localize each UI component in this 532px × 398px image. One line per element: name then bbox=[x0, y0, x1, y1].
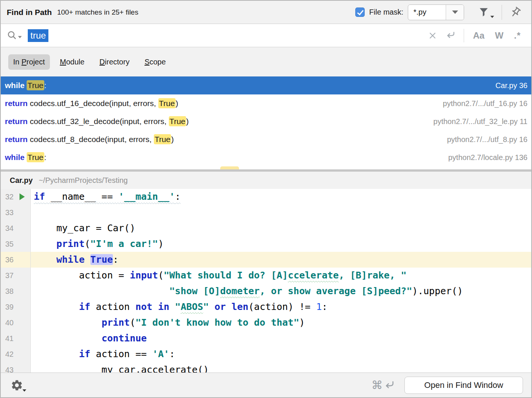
results-list: while True:Car.py 36return codecs.utf_16… bbox=[1, 76, 531, 169]
code-text: if action == 'A': bbox=[31, 346, 175, 362]
result-location: python2.7/.../utf_8.py 16 bbox=[439, 135, 527, 144]
text-segment: : bbox=[113, 254, 119, 265]
line-number: 36 bbox=[1, 252, 31, 268]
text-segment: codecs.utf_32_le_decode(input, errors, bbox=[28, 117, 169, 126]
file-mask-value[interactable]: *.py bbox=[408, 5, 446, 20]
text-segment: continue bbox=[102, 333, 147, 344]
code-line[interactable]: 35 print("I'm a car!") bbox=[1, 236, 531, 252]
search-result-row[interactable]: return codecs.utf_8_decode(input, errors… bbox=[1, 130, 531, 148]
code-line[interactable]: 37 action = input("What should I do? [A]… bbox=[1, 268, 531, 283]
preview-header: Car.py ~/PycharmProjects/Testing bbox=[1, 172, 531, 189]
text-segment: ) bbox=[171, 135, 174, 144]
pin-button[interactable] bbox=[509, 6, 522, 19]
insert-newline-button[interactable] bbox=[444, 29, 457, 42]
divider bbox=[464, 29, 464, 42]
code-line[interactable]: 41 continue bbox=[1, 331, 531, 346]
code-line[interactable]: 39 if action not in "ABOS" or len(action… bbox=[1, 299, 531, 315]
text-segment: (action) != bbox=[248, 301, 316, 312]
chevron-down-icon bbox=[490, 16, 494, 18]
text-segment: ) bbox=[299, 317, 305, 328]
words-toggle[interactable]: W bbox=[495, 30, 503, 41]
filter-button[interactable] bbox=[478, 6, 495, 19]
shortcut-hint: ⌘ bbox=[371, 379, 395, 392]
line-number-text: 33 bbox=[5, 205, 14, 220]
search-result-row[interactable]: return codecs.utf_32_le_decode(input, er… bbox=[1, 112, 531, 130]
text-segment: not in bbox=[135, 301, 169, 312]
code-line[interactable]: 42 if action == 'A': bbox=[1, 346, 531, 362]
search-input[interactable]: true bbox=[28, 29, 48, 42]
search-result-row[interactable]: return codecs.utf_16_decode(input, error… bbox=[1, 94, 531, 112]
scope-tabs: In ProjectModuleDirectoryScope bbox=[1, 47, 531, 76]
chevron-down-icon bbox=[23, 389, 26, 392]
text-segment: return bbox=[5, 135, 28, 144]
run-icon[interactable] bbox=[20, 193, 25, 200]
file-mask-checkbox[interactable] bbox=[355, 7, 365, 17]
search-result-row[interactable]: while True:Car.py 36 bbox=[1, 76, 531, 94]
text-segment: True bbox=[90, 254, 113, 265]
result-location: Car.py 36 bbox=[488, 81, 527, 90]
text-segment: "show [O] bbox=[169, 286, 220, 296]
code-text: if __name__ == '__main__': bbox=[31, 189, 180, 205]
header: Find in Path 100+ matches in 25+ files F… bbox=[1, 1, 531, 24]
text-segment: codecs.utf_8_decode(input, errors, bbox=[28, 135, 154, 144]
code-line[interactable]: 32if __name__ == '__main__': bbox=[1, 189, 531, 205]
code-text: action = input("What should I do? [A]cce… bbox=[31, 268, 406, 283]
text-segment bbox=[34, 301, 79, 312]
text-segment: while bbox=[5, 153, 25, 162]
code-line[interactable]: 36 while True: bbox=[1, 252, 531, 268]
preview-file-name: Car.py bbox=[10, 176, 33, 185]
scope-tab-directory[interactable]: Directory bbox=[95, 54, 134, 70]
code-line[interactable]: 43 my_car.accelerate() bbox=[1, 362, 531, 373]
text-segment: return bbox=[5, 117, 28, 126]
regex-toggle[interactable]: .* bbox=[514, 30, 521, 41]
line-number-text: 34 bbox=[5, 220, 14, 236]
text-segment: __name__ == bbox=[45, 191, 119, 202]
code-line[interactable]: 34 my_car = Car() bbox=[1, 220, 531, 236]
return-icon bbox=[383, 379, 395, 391]
text-segment: True bbox=[27, 152, 44, 162]
result-location: python2.7/.../utf_32_le.py 11 bbox=[426, 117, 527, 126]
chevron-down-icon bbox=[452, 10, 458, 14]
settings-button[interactable] bbox=[11, 379, 26, 392]
text-segment: "What should I do? [A] bbox=[164, 270, 288, 281]
scope-tab-in-project[interactable]: In Project bbox=[8, 54, 50, 70]
search-history-button[interactable] bbox=[6, 29, 23, 42]
text-segment: while bbox=[56, 254, 90, 265]
code-text: print("I don't know how to do that") bbox=[31, 315, 305, 331]
text-segment: : bbox=[44, 153, 47, 162]
file-mask-dropdown-button[interactable] bbox=[446, 5, 464, 20]
open-in-find-window-button[interactable]: Open in Find Window bbox=[404, 377, 523, 394]
text-segment bbox=[169, 301, 175, 312]
code-line[interactable]: 40 print("I don't know how to do that") bbox=[1, 315, 531, 331]
text-segment: "I'm a car!" bbox=[90, 238, 158, 249]
scope-tab-scope[interactable]: Scope bbox=[140, 54, 171, 70]
file-mask-label: File mask: bbox=[369, 8, 403, 16]
result-text: return codecs.utf_32_le_decode(input, er… bbox=[5, 117, 189, 126]
text-segment: action bbox=[90, 301, 135, 312]
search-row: true Aa W .* bbox=[1, 24, 531, 47]
scope-tab-module[interactable]: Module bbox=[55, 54, 90, 70]
line-number: 41 bbox=[1, 331, 31, 346]
text-segment bbox=[34, 333, 102, 344]
text-segment bbox=[226, 301, 231, 312]
result-text: return codecs.utf_8_decode(input, errors… bbox=[5, 135, 174, 144]
file-mask-combo[interactable]: *.py bbox=[408, 4, 464, 20]
code-editor[interactable]: 32if __name__ == '__main__':3334 my_car … bbox=[1, 189, 531, 373]
code-line[interactable]: 33 bbox=[1, 205, 531, 220]
code-line[interactable]: 38 "show [O]dometer, or show average [S]… bbox=[1, 283, 531, 299]
text-segment: codecs.utf_16_decode(input, errors, bbox=[28, 99, 158, 108]
result-location: python2.7/.../utf_16.py 16 bbox=[435, 99, 527, 108]
code-text: "show [O]dometer, or show average [S]pee… bbox=[31, 283, 463, 299]
clear-search-button[interactable] bbox=[427, 30, 438, 41]
result-text: while True: bbox=[5, 153, 47, 162]
text-segment: " bbox=[203, 301, 209, 312]
line-number-text: 43 bbox=[5, 362, 14, 373]
text-segment: ) bbox=[186, 117, 189, 126]
text-segment: print bbox=[102, 317, 130, 328]
line-number-text: 32 bbox=[5, 189, 14, 205]
text-segment: ) bbox=[176, 99, 178, 108]
text-segment: : bbox=[44, 81, 47, 90]
match-case-toggle[interactable]: Aa bbox=[473, 30, 485, 41]
search-result-row[interactable]: while True:python2.7/locale.py 136 bbox=[1, 148, 531, 166]
text-segment: , [B]rake, " bbox=[339, 270, 407, 281]
